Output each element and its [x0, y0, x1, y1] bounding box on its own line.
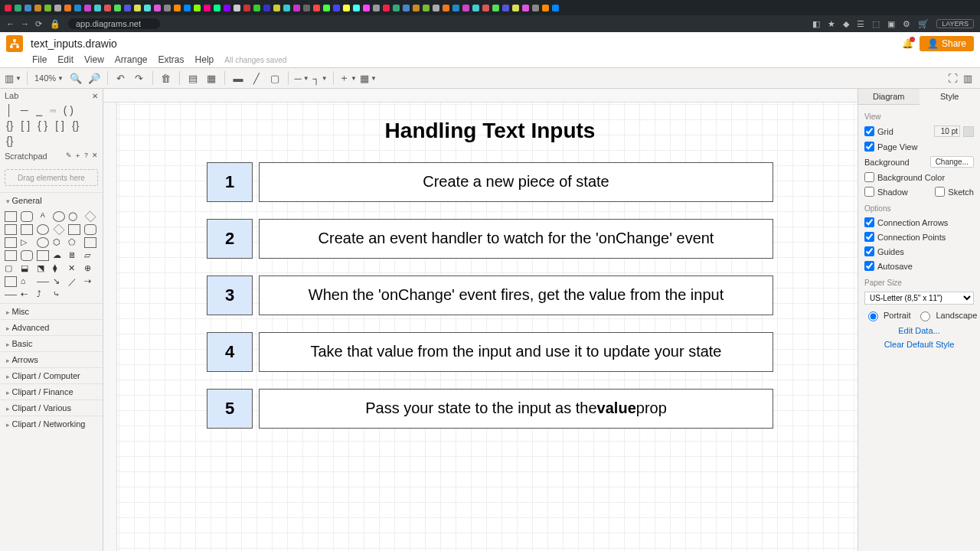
browser-tab[interactable]: [34, 5, 41, 11]
grid-color-swatch[interactable]: [963, 126, 974, 137]
cat-arrows[interactable]: Arrows: [0, 351, 103, 367]
file-name[interactable]: text_inputs.drawio: [31, 37, 117, 50]
diagram-step[interactable]: 5Pass your state to the input as the val…: [207, 389, 773, 429]
browser-tab[interactable]: [234, 5, 240, 11]
browser-tab[interactable]: [472, 5, 479, 11]
browser-tab[interactable]: [502, 5, 509, 11]
browser-tab[interactable]: [253, 5, 260, 11]
ext-icon[interactable]: ◆: [843, 19, 849, 29]
step-number[interactable]: 4: [207, 332, 253, 372]
cat-general[interactable]: General: [0, 192, 103, 208]
ext-icon[interactable]: ◧: [812, 19, 820, 29]
browser-tab[interactable]: [373, 5, 380, 11]
scratchpad-dropzone[interactable]: Drag elements here: [5, 169, 98, 186]
browser-tab[interactable]: [462, 5, 469, 11]
browser-tab[interactable]: [24, 5, 31, 11]
browser-tab[interactable]: [44, 5, 51, 11]
browser-tab[interactable]: [482, 5, 489, 11]
ext-icon[interactable]: ⚙: [903, 19, 910, 29]
diagram-step[interactable]: 1Create a new piece of state: [207, 162, 773, 202]
format-panel-toggle-icon[interactable]: ▥: [960, 70, 975, 86]
insert-icon[interactable]: ＋▼: [339, 70, 357, 86]
menu-arrange[interactable]: Arrange: [115, 54, 148, 65]
guides-checkbox[interactable]: [864, 246, 874, 256]
browser-tab[interactable]: [114, 5, 121, 11]
diagram-step[interactable]: 4Take that value from the input and use …: [207, 332, 773, 372]
ext-icon[interactable]: ⬚: [872, 19, 880, 29]
browser-tab[interactable]: [413, 5, 420, 11]
browser-tab[interactable]: [393, 5, 400, 11]
canvas[interactable]: Handling Text Inputs 1Create a new piece…: [103, 89, 858, 551]
cat-basic[interactable]: Basic: [0, 335, 103, 351]
step-text[interactable]: Create an event handler to watch for the…: [259, 219, 773, 259]
nav-fwd-icon[interactable]: →: [21, 19, 29, 29]
autosave-checkbox[interactable]: [864, 261, 874, 271]
quick-shapes[interactable]: {}: [0, 133, 103, 148]
cat-clip-finance[interactable]: Clipart / Finance: [0, 383, 103, 399]
browser-tab[interactable]: [433, 5, 439, 11]
pageview-checkbox[interactable]: [864, 142, 874, 152]
browser-tab[interactable]: [492, 5, 499, 11]
browser-tab[interactable]: [333, 5, 340, 11]
menu-file[interactable]: File: [32, 54, 47, 65]
browser-tab[interactable]: [194, 5, 201, 11]
ext-icon[interactable]: ▣: [887, 19, 895, 29]
browser-tab[interactable]: [303, 5, 310, 11]
browser-tab[interactable]: [363, 5, 370, 11]
cat-clip-various[interactable]: Clipart / Various: [0, 399, 103, 416]
browser-tab[interactable]: [134, 5, 141, 11]
diagram-content[interactable]: Handling Text Inputs 1Create a new piece…: [207, 118, 773, 445]
redo-icon[interactable]: ↷: [132, 70, 147, 86]
url-field[interactable]: app.diagrams.net: [68, 18, 160, 29]
ext-icon[interactable]: ☰: [857, 19, 864, 29]
browser-tab[interactable]: [353, 5, 360, 11]
ext-icon[interactable]: 🛒: [918, 19, 929, 29]
step-text[interactable]: Take that value from the input and use i…: [259, 332, 773, 372]
browser-tab[interactable]: [452, 5, 459, 11]
browser-tab[interactable]: [214, 5, 220, 11]
cat-advanced[interactable]: Advanced: [0, 319, 103, 335]
conn-points-checkbox[interactable]: [864, 232, 874, 242]
diagram-step[interactable]: 3When the 'onChange' event fires, get th…: [207, 276, 773, 315]
menu-extras[interactable]: Extras: [158, 54, 185, 65]
shape-palette[interactable]: A◯ ▷⬡⬠ ☁🗎▱ ▢⬓⬔⧫✕⊕ ⌂↘／⇢ ⇠⤴⤷: [0, 208, 103, 303]
browser-tab[interactable]: [64, 5, 71, 11]
browser-tab[interactable]: [313, 5, 320, 11]
browser-tab[interactable]: [84, 5, 91, 11]
browser-tab[interactable]: [552, 5, 559, 11]
browser-tab[interactable]: [104, 5, 111, 11]
browser-tab[interactable]: [224, 5, 230, 11]
browser-tab[interactable]: [263, 5, 270, 11]
browser-tab[interactable]: [532, 5, 539, 11]
browser-tab[interactable]: [293, 5, 300, 11]
browser-tab[interactable]: [283, 5, 290, 11]
browser-tab[interactable]: [204, 5, 211, 11]
tab-style[interactable]: Style: [920, 89, 981, 105]
step-number[interactable]: 2: [207, 219, 253, 259]
browser-tab[interactable]: [154, 5, 161, 11]
delete-icon[interactable]: 🗑: [158, 70, 174, 86]
browser-tab[interactable]: [184, 5, 191, 11]
papersize-select[interactable]: US-Letter (8,5" x 11"): [864, 292, 974, 305]
browser-tab[interactable]: [423, 5, 430, 11]
cat-misc[interactable]: Misc: [0, 303, 103, 319]
diagram-title[interactable]: Handling Text Inputs: [207, 118, 773, 144]
browser-tab[interactable]: [164, 5, 171, 11]
to-front-icon[interactable]: ▤: [185, 70, 201, 86]
browser-tab[interactable]: [383, 5, 390, 11]
browser-tab[interactable]: [522, 5, 529, 11]
close-icon[interactable]: ✕: [92, 92, 98, 100]
browser-tab[interactable]: [15, 5, 21, 11]
browser-tab[interactable]: [243, 5, 250, 11]
tab-diagram[interactable]: Diagram: [858, 89, 920, 104]
landscape-radio[interactable]: [920, 311, 930, 321]
step-text[interactable]: Create a new piece of state: [259, 162, 773, 202]
browser-tab[interactable]: [144, 5, 151, 11]
zoom-select[interactable]: 140%▼: [33, 70, 65, 86]
nav-reload-icon[interactable]: ⟳: [35, 19, 42, 29]
browser-tab[interactable]: [124, 5, 131, 11]
shadow-checkbox[interactable]: [864, 187, 874, 197]
waypoints-icon[interactable]: ┐▼: [312, 70, 328, 86]
browser-tab[interactable]: [273, 5, 280, 11]
conn-arrows-checkbox[interactable]: [864, 217, 874, 227]
